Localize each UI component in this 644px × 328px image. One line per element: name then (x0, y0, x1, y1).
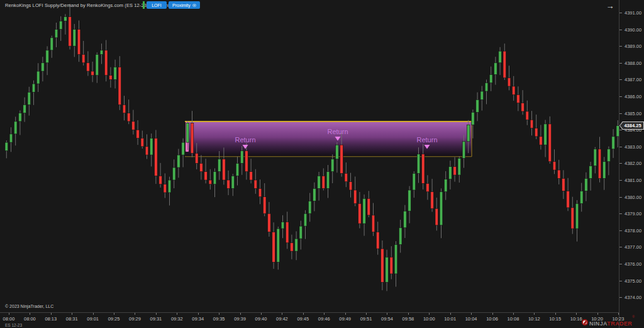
renko-candle-down (340, 145, 343, 173)
renko-candle-up (472, 112, 475, 125)
renko-candle-down (145, 147, 148, 155)
renko-candle-down (548, 124, 552, 162)
renko-candle-up (589, 166, 592, 178)
renko-candle-up (499, 51, 502, 63)
time-axis-tick (366, 313, 367, 315)
lofi-button[interactable]: LOFI (147, 1, 167, 9)
renko-candle-down (553, 162, 556, 170)
price-axis-label: 4388.00 (625, 60, 641, 66)
price-axis-label: 4376.00 (625, 261, 641, 267)
renko-candle-down (381, 249, 384, 282)
renko-candle-up (168, 180, 171, 193)
renko-candle-down (512, 86, 515, 94)
copyright-label: © 2023 NinjaTrader, LLC (5, 304, 53, 308)
time-axis-label: 09:45 (297, 316, 309, 322)
renko-candle-up (177, 155, 180, 167)
price-axis-tick (619, 281, 622, 281)
time-axis-label: 08:00 (3, 316, 15, 322)
renko-chart-canvas[interactable]: ReturnReturnReturn (0, 0, 619, 312)
price-axis-tick (619, 230, 622, 231)
renko-candle-up (23, 105, 26, 113)
price-axis-label: 4375.00 (625, 278, 641, 284)
renko-candle-up (458, 158, 461, 175)
renko-candle-down (263, 197, 266, 214)
renko-candle-up (480, 91, 484, 99)
price-axis-label: 4377.00 (625, 244, 641, 250)
price-axis-label: 4378.00 (625, 228, 641, 234)
renko-candle-down (353, 190, 357, 203)
renko-candle-down (291, 243, 294, 251)
time-axis-tick (408, 313, 409, 315)
time-axis-tick (51, 313, 52, 315)
time-axis-tick (618, 313, 619, 315)
renko-candle-up (404, 211, 407, 228)
renko-candle-down (503, 51, 506, 78)
time-axis-label: 09:51 (360, 316, 372, 322)
renko-candle-down (322, 176, 325, 188)
scroll-to-latest-arrow-icon[interactable]: → (604, 1, 616, 11)
price-axis-tick (619, 197, 622, 198)
time-axis-label: 08:31 (66, 316, 78, 322)
renko-candle-down (104, 50, 108, 76)
renko-candle-down (159, 176, 162, 184)
price-axis-label: 4374.00 (625, 295, 641, 300)
price-axis-label: 4386.00 (625, 94, 641, 99)
renko-candle-down (195, 153, 198, 163)
price-axis-tick (619, 180, 622, 181)
time-axis-label: 08:00 (24, 316, 36, 322)
renko-candle-up (363, 198, 366, 223)
renko-candle-up (489, 74, 492, 82)
renko-candle-up (449, 167, 452, 179)
renko-candle-down (109, 76, 113, 80)
time-axis-label: 09:40 (255, 316, 267, 322)
renko-candle-down (367, 198, 370, 215)
price-axis-tick (619, 247, 622, 247)
price-axis-label: 4382.00 (625, 161, 641, 166)
renko-candle-up (308, 201, 311, 213)
time-axis-tick (30, 313, 30, 315)
renko-candle-down (508, 78, 511, 86)
renko-candle-up (485, 83, 488, 91)
renko-candle-up (580, 191, 583, 203)
time-axis-tick (450, 313, 451, 315)
price-axis-tick (619, 96, 622, 97)
renko-candle-up (462, 142, 465, 159)
renko-candle-down (435, 208, 438, 225)
time-axis[interactable]: ES 12-23 08:0008:0008:1308:3109:0109:250… (0, 312, 619, 328)
renko-candle-up (602, 162, 606, 179)
renko-candle-up (467, 125, 470, 142)
time-axis-tick (345, 313, 346, 315)
time-axis-tick (93, 313, 94, 315)
renko-candle-down (376, 232, 379, 249)
renko-candle-up (36, 71, 40, 84)
price-axis[interactable]: 4391.004390.004389.004388.004387.004386.… (619, 0, 644, 328)
price-axis-label: 4390.00 (625, 27, 641, 33)
renko-candle-up (150, 139, 153, 156)
renko-candle-up (46, 50, 49, 63)
renko-candle-down (191, 123, 194, 154)
renko-candle-down (521, 103, 525, 111)
renko-candle-up (336, 145, 339, 159)
renko-candle-up (9, 134, 13, 142)
time-axis-label: 09:29 (129, 316, 141, 322)
time-axis-tick (282, 313, 282, 315)
renko-candle-down (526, 111, 529, 120)
renko-candle-down (77, 30, 80, 55)
proximity-button[interactable]: Proximity (169, 1, 200, 9)
time-axis-label: 10:01 (444, 316, 456, 322)
return-marker-label: Return (327, 128, 348, 135)
renko-candle-down (421, 154, 425, 184)
time-axis-label: 10:04 (465, 316, 477, 322)
renko-candle-down (204, 172, 208, 180)
price-axis-tick (619, 79, 622, 80)
time-axis-tick (555, 313, 556, 315)
time-axis-tick (177, 313, 177, 315)
renko-candle-down (358, 203, 362, 223)
renko-candle-down (127, 113, 130, 122)
renko-candle-down (431, 192, 434, 209)
renko-candle-up (172, 167, 175, 180)
renko-candle-down (132, 122, 135, 130)
renko-candle-down (200, 163, 203, 171)
renko-candle-down (453, 167, 457, 175)
renko-candle-up (331, 159, 334, 172)
